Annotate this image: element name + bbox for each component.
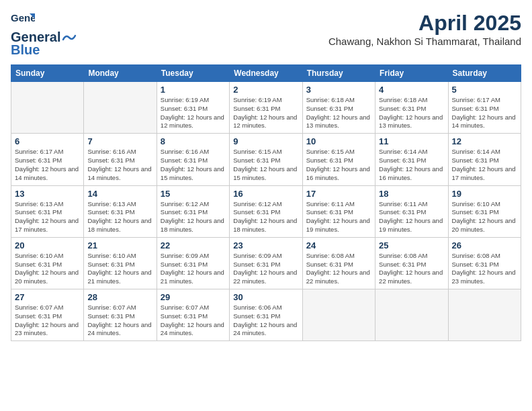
day-info: Sunrise: 6:08 AM Sunset: 6:31 PM Dayligh… (379, 252, 444, 286)
day-number: 3 (306, 85, 371, 95)
weekday-header: Friday (375, 65, 448, 82)
day-number: 22 (161, 240, 226, 250)
day-number: 18 (379, 189, 444, 199)
logo: General General Blue (11, 11, 78, 58)
day-number: 23 (233, 240, 298, 250)
day-number: 27 (15, 292, 80, 302)
calendar-week-row: 27Sunrise: 6:07 AM Sunset: 6:31 PM Dayli… (11, 289, 521, 341)
day-number: 7 (87, 136, 152, 146)
day-info: Sunrise: 6:09 AM Sunset: 6:31 PM Dayligh… (233, 252, 298, 286)
calendar-cell (448, 289, 521, 341)
calendar-cell: 4Sunrise: 6:18 AM Sunset: 6:31 PM Daylig… (375, 82, 448, 134)
day-info: Sunrise: 6:12 AM Sunset: 6:31 PM Dayligh… (161, 200, 226, 234)
day-number: 26 (452, 240, 517, 250)
day-info: Sunrise: 6:14 AM Sunset: 6:31 PM Dayligh… (379, 148, 444, 182)
day-number: 9 (233, 136, 298, 146)
calendar-week-row: 20Sunrise: 6:10 AM Sunset: 6:31 PM Dayli… (11, 237, 521, 289)
day-info: Sunrise: 6:16 AM Sunset: 6:31 PM Dayligh… (87, 148, 152, 182)
calendar-cell: 7Sunrise: 6:16 AM Sunset: 6:31 PM Daylig… (84, 134, 157, 185)
day-info: Sunrise: 6:18 AM Sunset: 6:31 PM Dayligh… (379, 96, 444, 130)
day-info: Sunrise: 6:11 AM Sunset: 6:31 PM Dayligh… (379, 200, 444, 234)
calendar-cell: 24Sunrise: 6:08 AM Sunset: 6:31 PM Dayli… (302, 237, 375, 289)
logo-wave-icon (62, 33, 77, 42)
calendar-cell: 1Sunrise: 6:19 AM Sunset: 6:31 PM Daylig… (157, 82, 229, 134)
calendar-cell (302, 289, 375, 341)
day-info: Sunrise: 6:15 AM Sunset: 6:31 PM Dayligh… (233, 148, 298, 182)
calendar-header-row: SundayMondayTuesdayWednesdayThursdayFrid… (11, 65, 521, 82)
day-number: 21 (87, 240, 152, 250)
calendar-cell: 30Sunrise: 6:06 AM Sunset: 6:31 PM Dayli… (230, 289, 302, 341)
calendar-cell: 15Sunrise: 6:12 AM Sunset: 6:31 PM Dayli… (157, 185, 229, 237)
day-number: 8 (161, 136, 226, 146)
day-info: Sunrise: 6:09 AM Sunset: 6:31 PM Dayligh… (161, 252, 226, 286)
calendar-cell (84, 82, 157, 134)
day-number: 25 (379, 240, 444, 250)
logo-blue: Blue (11, 42, 40, 58)
calendar-cell: 11Sunrise: 6:14 AM Sunset: 6:31 PM Dayli… (375, 134, 448, 185)
calendar-cell: 8Sunrise: 6:16 AM Sunset: 6:31 PM Daylig… (157, 134, 229, 185)
page-header: General General Blue April 2025 Chawang,… (11, 11, 521, 58)
calendar-cell: 21Sunrise: 6:10 AM Sunset: 6:31 PM Dayli… (84, 237, 157, 289)
calendar-cell: 10Sunrise: 6:15 AM Sunset: 6:31 PM Dayli… (302, 134, 375, 185)
day-info: Sunrise: 6:17 AM Sunset: 6:31 PM Dayligh… (452, 96, 517, 130)
day-number: 19 (452, 189, 517, 199)
day-info: Sunrise: 6:06 AM Sunset: 6:31 PM Dayligh… (233, 304, 298, 338)
weekday-header: Wednesday (230, 65, 302, 82)
day-number: 15 (161, 189, 226, 199)
calendar-cell: 9Sunrise: 6:15 AM Sunset: 6:31 PM Daylig… (230, 134, 302, 185)
calendar-cell: 20Sunrise: 6:10 AM Sunset: 6:31 PM Dayli… (11, 237, 84, 289)
calendar-cell: 23Sunrise: 6:09 AM Sunset: 6:31 PM Dayli… (230, 237, 302, 289)
calendar-cell: 27Sunrise: 6:07 AM Sunset: 6:31 PM Dayli… (11, 289, 84, 341)
day-info: Sunrise: 6:07 AM Sunset: 6:31 PM Dayligh… (15, 304, 80, 338)
day-number: 4 (379, 85, 444, 95)
calendar-week-row: 1Sunrise: 6:19 AM Sunset: 6:31 PM Daylig… (11, 82, 521, 134)
day-info: Sunrise: 6:14 AM Sunset: 6:31 PM Dayligh… (452, 148, 517, 182)
day-info: Sunrise: 6:17 AM Sunset: 6:31 PM Dayligh… (15, 148, 80, 182)
title-block: April 2025 Chawang, Nakhon Si Thammarat,… (328, 11, 521, 47)
day-number: 13 (15, 189, 80, 199)
calendar-cell: 16Sunrise: 6:12 AM Sunset: 6:31 PM Dayli… (230, 185, 302, 237)
calendar-cell: 17Sunrise: 6:11 AM Sunset: 6:31 PM Dayli… (302, 185, 375, 237)
weekday-header: Saturday (448, 65, 521, 82)
calendar-week-row: 13Sunrise: 6:13 AM Sunset: 6:31 PM Dayli… (11, 185, 521, 237)
day-number: 30 (233, 292, 298, 302)
day-number: 16 (233, 189, 298, 199)
calendar-cell: 6Sunrise: 6:17 AM Sunset: 6:31 PM Daylig… (11, 134, 84, 185)
day-number: 2 (233, 85, 298, 95)
day-info: Sunrise: 6:10 AM Sunset: 6:31 PM Dayligh… (452, 200, 517, 234)
calendar-cell: 5Sunrise: 6:17 AM Sunset: 6:31 PM Daylig… (448, 82, 521, 134)
calendar-cell: 26Sunrise: 6:08 AM Sunset: 6:31 PM Dayli… (448, 237, 521, 289)
calendar-cell: 18Sunrise: 6:11 AM Sunset: 6:31 PM Dayli… (375, 185, 448, 237)
day-number: 5 (452, 85, 517, 95)
weekday-header: Monday (84, 65, 157, 82)
day-info: Sunrise: 6:19 AM Sunset: 6:31 PM Dayligh… (161, 96, 226, 130)
calendar-cell: 14Sunrise: 6:13 AM Sunset: 6:31 PM Dayli… (84, 185, 157, 237)
calendar-cell (375, 289, 448, 341)
day-info: Sunrise: 6:15 AM Sunset: 6:31 PM Dayligh… (306, 148, 371, 182)
day-info: Sunrise: 6:07 AM Sunset: 6:31 PM Dayligh… (161, 304, 226, 338)
weekday-header: Thursday (302, 65, 375, 82)
weekday-header: Sunday (11, 65, 84, 82)
day-info: Sunrise: 6:10 AM Sunset: 6:31 PM Dayligh… (15, 252, 80, 286)
weekday-header: Tuesday (157, 65, 229, 82)
calendar-cell: 29Sunrise: 6:07 AM Sunset: 6:31 PM Dayli… (157, 289, 229, 341)
day-number: 17 (306, 189, 371, 199)
day-number: 12 (452, 136, 517, 146)
day-number: 10 (306, 136, 371, 146)
calendar-cell: 22Sunrise: 6:09 AM Sunset: 6:31 PM Dayli… (157, 237, 229, 289)
logo-icon: General (11, 11, 35, 31)
calendar-cell: 13Sunrise: 6:13 AM Sunset: 6:31 PM Dayli… (11, 185, 84, 237)
day-info: Sunrise: 6:19 AM Sunset: 6:31 PM Dayligh… (233, 96, 298, 130)
day-number: 11 (379, 136, 444, 146)
day-info: Sunrise: 6:07 AM Sunset: 6:31 PM Dayligh… (87, 304, 152, 338)
day-number: 6 (15, 136, 80, 146)
calendar-cell: 2Sunrise: 6:19 AM Sunset: 6:31 PM Daylig… (230, 82, 302, 134)
day-info: Sunrise: 6:18 AM Sunset: 6:31 PM Dayligh… (306, 96, 371, 130)
day-info: Sunrise: 6:10 AM Sunset: 6:31 PM Dayligh… (87, 252, 152, 286)
calendar-cell: 19Sunrise: 6:10 AM Sunset: 6:31 PM Dayli… (448, 185, 521, 237)
location-title: Chawang, Nakhon Si Thammarat, Thailand (328, 36, 521, 47)
day-info: Sunrise: 6:08 AM Sunset: 6:31 PM Dayligh… (452, 252, 517, 286)
calendar-week-row: 6Sunrise: 6:17 AM Sunset: 6:31 PM Daylig… (11, 134, 521, 185)
day-number: 14 (87, 189, 152, 199)
day-number: 28 (87, 292, 152, 302)
